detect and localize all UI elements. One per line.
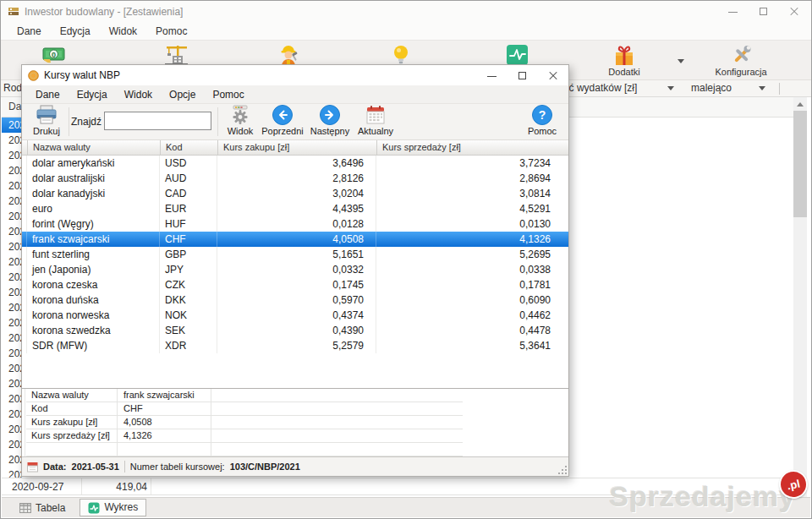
menu-widok[interactable]: Widok — [100, 25, 146, 37]
scroll-up-button[interactable] — [793, 97, 807, 111]
dialog-maximize-button[interactable] — [508, 65, 538, 85]
table-cell: 3,0814 — [376, 186, 555, 201]
table-cell: 4,5291 — [376, 201, 555, 216]
print-label: Drukuj — [27, 126, 66, 136]
dialog-statusbar: Data: 2021-05-31 Numer tabeli kursowej: … — [22, 456, 568, 476]
table-row[interactable]: frank szwajcarskiCHF4,05084,1326 — [22, 232, 568, 247]
detail-row: Kurs zakupu [zł]4,0508 — [26, 416, 463, 429]
view-button[interactable]: Widok — [222, 105, 258, 140]
tools-icon — [729, 44, 753, 67]
dialog-titlebar: Kursy walut NBP — [22, 65, 568, 85]
status-date-label: Data: — [43, 462, 67, 472]
table-row[interactable]: forint (Węgry)HUF0,01280,0130 — [22, 216, 568, 232]
header-kurs-zakupu[interactable]: Kurs zakupu [zł] — [218, 140, 377, 155]
coin-icon — [28, 69, 39, 81]
scroll-thumb[interactable] — [793, 111, 807, 217]
find-input[interactable] — [104, 112, 211, 130]
maximize-button[interactable] — [749, 1, 779, 22]
table-row[interactable]: euroEUR4,43954,5291 — [22, 201, 568, 216]
table-row[interactable]: jen (Japonia)JPY0,03320,0338 — [22, 262, 568, 277]
table-cell: 5,2695 — [376, 247, 555, 262]
resize-grip[interactable] — [557, 465, 567, 474]
dialog-menu-edycja[interactable]: Edycja — [69, 89, 116, 101]
table-cell: korona szwedzka — [27, 323, 160, 338]
details-body: Nazwa walutyfrank szwajcarskiKodCHFKurs … — [26, 389, 463, 456]
header-indicator-cell — [22, 140, 28, 155]
svg-text:0: 0 — [52, 51, 56, 59]
detail-value: 4,0508 — [118, 416, 211, 429]
minimize-button[interactable] — [718, 1, 749, 22]
dialog-menu-pomoc[interactable]: Pomoc — [204, 89, 252, 101]
table-row[interactable]: SDR (MFW)XDR5,25795,3641 — [22, 338, 568, 353]
dialog-menu-dane[interactable]: Dane — [27, 89, 69, 101]
table-cell: CZK — [160, 277, 217, 292]
bottom-tabbar: Tabela Wykres — [2, 497, 810, 517]
print-button[interactable]: Drukuj — [27, 105, 66, 140]
status-calendar-icon — [27, 461, 38, 473]
tab-tabela[interactable]: Tabela — [12, 500, 73, 516]
header-kurs-sprzedazy[interactable]: Kurs sprzedaży [zł] — [377, 140, 556, 155]
table-row[interactable]: dolar amerykańskiUSD3,64963,7234 — [22, 156, 568, 171]
table-cell: 3,6496 — [217, 156, 376, 171]
gift-icon — [612, 44, 636, 67]
header-nazwa-waluty[interactable]: Nazwa waluty — [28, 140, 161, 155]
status-table-number: 103/C/NBP/2021 — [230, 462, 300, 472]
sort-order-dropdown-arrow[interactable] — [759, 86, 765, 90]
table-row[interactable]: dolar kanadyjskiCAD3,02043,0814 — [22, 186, 568, 201]
detail-value: CHF — [118, 402, 211, 415]
dialog-close-button[interactable] — [538, 65, 568, 85]
close-button[interactable] — [779, 1, 809, 22]
previous-button[interactable]: Poprzedni — [259, 105, 306, 140]
tab-wykres[interactable]: Wykres — [80, 499, 146, 516]
printer-icon — [36, 108, 58, 120]
detail-row: Kurs sprzedaży [zł]4,1326 — [26, 429, 463, 443]
table-cell: NOK — [160, 308, 217, 323]
header-kod[interactable]: Kod — [161, 140, 218, 155]
bg-row-date: 2020-09-27 — [12, 481, 63, 493]
table-row[interactable]: korona norweskaNOK0,43740,4462 — [22, 308, 568, 323]
tab-tabela-label: Tabela — [36, 502, 65, 514]
dodatki-dropdown-arrow[interactable] — [678, 59, 684, 63]
menu-edycja[interactable]: Edycja — [51, 25, 100, 37]
menu-pomoc[interactable]: Pomoc — [146, 25, 196, 37]
table-cell: frank szwajcarski — [27, 232, 160, 247]
currency-table-header: Nazwa waluty Kod Kurs zakupu [zł] Kurs s… — [22, 140, 568, 156]
dialog-menu-opcje[interactable]: Opcje — [161, 89, 204, 101]
dialog-menu-widok[interactable]: Widok — [116, 89, 161, 101]
table-row[interactable]: dolar australijskiAUD2,81262,8694 — [22, 171, 568, 186]
table-cell: 0,0130 — [376, 216, 555, 232]
table-cell: forint (Węgry) — [27, 216, 160, 232]
tab-wykres-label: Wykres — [104, 501, 138, 513]
dodatki-toolbar-button[interactable]: Dodatki — [591, 42, 657, 79]
help-button[interactable]: ? Pomoc — [523, 105, 562, 140]
table-row[interactable]: korona czeskaCZK0,17450,1781 — [22, 277, 568, 292]
table-row[interactable]: korona duńskaDKK0,59700,6090 — [22, 292, 568, 308]
current-button[interactable]: Aktualny — [354, 105, 398, 140]
status-table-label: Numer tabeli kursowej: — [130, 462, 225, 472]
sort-field-dropdown-arrow[interactable] — [667, 86, 674, 90]
table-cell: 0,4390 — [217, 323, 376, 338]
table-cell: HUF — [160, 216, 217, 232]
table-cell: 3,7234 — [376, 156, 555, 171]
arrow-left-icon — [272, 105, 293, 125]
konfiguracja-toolbar-button[interactable]: Konfiguracja — [708, 42, 774, 79]
scroll-down-button[interactable] — [793, 484, 807, 498]
dialog-minimize-button[interactable] — [477, 65, 508, 85]
table-cell: 0,1745 — [217, 277, 376, 292]
sort-order-dropdown[interactable]: malejąco — [691, 82, 732, 94]
vertical-scrollbar[interactable] — [793, 97, 807, 498]
table-row[interactable]: funt szterlingGBP5,16515,2695 — [22, 247, 568, 262]
table-cell: 0,0332 — [217, 262, 376, 277]
table-cell: 3,0204 — [217, 186, 376, 201]
detail-value — [118, 443, 211, 456]
table-cell: jen (Japonia) — [27, 262, 160, 277]
table-cell: 4,0508 — [217, 232, 376, 247]
next-button[interactable]: Następny — [306, 105, 354, 140]
detail-label: Kod — [26, 402, 118, 415]
table-row[interactable]: korona szwedzkaSEK0,43900,4478 — [22, 323, 568, 338]
find-label: Znajdź — [71, 116, 102, 128]
menu-dane[interactable]: Dane — [8, 25, 51, 37]
bg-bottom-row[interactable]: 2020-09-27 419,04 — [2, 478, 793, 495]
table-cell: dolar australijski — [27, 171, 160, 186]
main-menubar: Dane Edycja Widok Pomoc — [1, 22, 811, 40]
